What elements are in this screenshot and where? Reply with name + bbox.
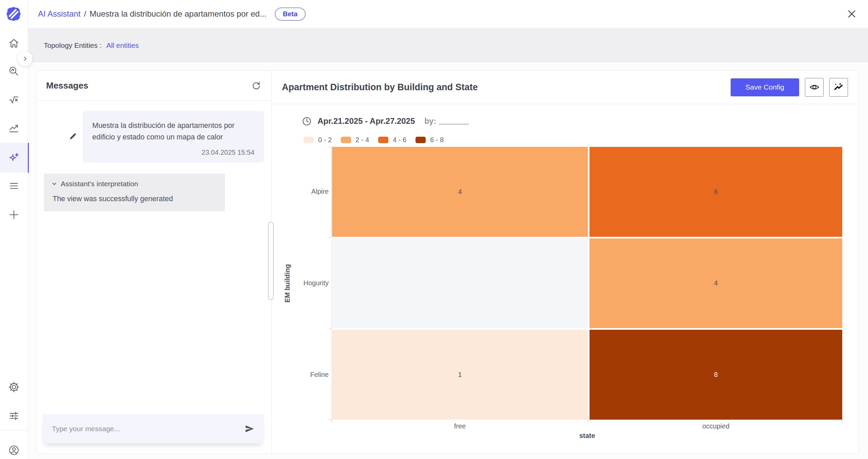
refresh-button[interactable] [250,80,262,91]
x-axis-label-free: free [454,422,466,430]
message-input[interactable] [51,424,243,433]
sidebar-item-settings[interactable] [0,372,28,402]
y-axis-tick [329,419,331,420]
preview-button[interactable] [805,78,824,97]
messages-header: Messages [37,71,271,101]
legend-item[interactable]: 0 - 2 [304,136,332,144]
chart-title: Apartment Distribution by Building and S… [282,82,478,93]
legend-swatch [341,137,351,143]
assistant-interpretation-body: The view was successfully generated [51,195,217,203]
content-panels: Messages Muestra la distribución de apar… [36,70,859,454]
sidebar-divider [0,430,28,431]
legend-label: 4 - 6 [393,136,406,144]
pencil-icon [68,132,77,141]
x-axis-tick [842,420,842,422]
app-logo-icon[interactable] [6,6,21,22]
group-by-label: by: [424,117,436,126]
plus-icon [8,209,20,221]
topology-entities-bar: Topology Entities : All entities [28,28,868,62]
sidebar-item-math[interactable] [0,85,28,115]
user-message-timestamp: 23.04.2025 15:54 [92,149,254,156]
user-avatar-icon [8,444,20,456]
y-axis-label-Hogurity: Hogurity [272,279,329,287]
heatmap-cell-Hogurity-free[interactable] [332,238,588,328]
send-button[interactable] [243,422,256,436]
message-input-container [42,414,264,443]
heatmap-cell-Hogurity-occupied[interactable]: 4 [590,238,842,328]
chart-date-row: Apr.21.2025 - Apr.27.2025 by: [302,116,469,126]
x-axis-title: state [579,432,595,440]
sliders-icon [8,410,20,422]
sidebar-item-filters[interactable] [0,401,28,431]
messages-scrollbar[interactable] [268,222,274,300]
legend-item[interactable]: 2 - 4 [341,136,369,144]
edit-message-button[interactable] [68,132,77,141]
hamburger-menu-icon [8,180,20,192]
y-axis-tick [329,237,331,237]
home-icon [8,38,20,49]
send-icon [244,423,255,434]
legend-item[interactable]: 6 - 8 [416,136,444,144]
x-axis-tick [331,420,332,422]
heatmap-cell-Feline-occupied[interactable]: 8 [590,330,842,420]
chart-header: Apartment Distribution by Building and S… [272,71,858,104]
y-axis-tick [329,147,331,147]
refresh-icon [252,81,261,90]
sidebar-item-menu[interactable] [0,171,28,201]
close-button[interactable] [846,8,858,20]
heatmap-cell-Alpire-free[interactable]: 4 [332,147,588,237]
legend-label: 2 - 4 [355,136,369,144]
x-axis-label-occupied: occupied [702,422,729,430]
chart-panel: Apartment Distribution by Building and S… [272,71,858,453]
trend-chart-icon [8,122,20,134]
legend-swatch [416,137,426,143]
x-axis-tick [588,420,589,422]
heatmap-grid: 46418 [332,147,842,420]
beta-badge: Beta [275,7,306,21]
eye-icon [809,82,820,93]
close-icon [847,9,856,19]
legend-item[interactable]: 4 - 6 [378,136,406,144]
assistant-interpretation-toggle[interactable]: Assistant's interpretation [51,180,217,188]
chevron-down-icon [51,181,57,187]
legend-swatch [304,137,314,143]
ai-chart-button[interactable] [829,78,848,97]
sqrt-x-icon [8,94,20,106]
sidebar-item-profile[interactable] [0,435,28,459]
sidebar-item-trends[interactable] [0,113,28,143]
save-config-button[interactable]: Save Config [731,78,799,96]
user-message-row: Muestra la distribución de apartamentos … [37,111,271,162]
breadcrumb-ai-assistant-link[interactable]: AI Assistant [38,9,80,19]
user-message-text: Muestra la distribución de apartamentos … [92,120,254,143]
y-axis-label-Feline: Feline [272,371,329,379]
legend-swatch [378,137,388,143]
sidebar-item-add[interactable] [0,200,28,230]
chart-header-actions: Save Config [731,78,848,97]
heatmap-cell-Feline-free[interactable]: 1 [332,330,588,420]
chart-body: Apr.21.2025 - Apr.27.2025 by: 0 - 22 - 4… [272,104,858,454]
sidebar-item-ai-assistant[interactable] [0,143,29,173]
heatmap-cell-Alpire-occupied[interactable]: 6 [590,147,842,237]
top-bar: AI Assistant / Muestra la distribución d… [28,0,868,28]
sidebar-expand-button[interactable] [18,51,33,66]
sparkline-chart-icon [833,82,844,93]
group-by-blank[interactable] [439,118,469,125]
sparkles-icon [8,152,20,164]
breadcrumb-separator: / [84,9,86,19]
breadcrumb-current-page: Muestra la distribución de apartamentos … [90,9,267,19]
assistant-interpretation-label: Assistant's interpretation [61,180,138,188]
assistant-interpretation-box: Assistant's interpretation The view was … [44,174,225,211]
gear-icon [8,381,20,393]
user-message-bubble: Muestra la distribución de apartamentos … [83,111,264,162]
messages-title: Messages [46,80,88,91]
all-entities-link[interactable]: All entities [106,41,139,50]
y-axis-line [331,147,332,420]
heatmap-legend: 0 - 22 - 44 - 66 - 8 [304,136,453,144]
legend-label: 6 - 8 [430,136,444,144]
chart-date-range: Apr.21.2025 - Apr.27.2025 [317,116,415,126]
sidebar [0,0,28,459]
legend-label: 0 - 2 [318,136,332,144]
search-icon [8,65,20,77]
y-axis-tick [329,329,331,329]
chevron-right-icon [22,55,28,62]
